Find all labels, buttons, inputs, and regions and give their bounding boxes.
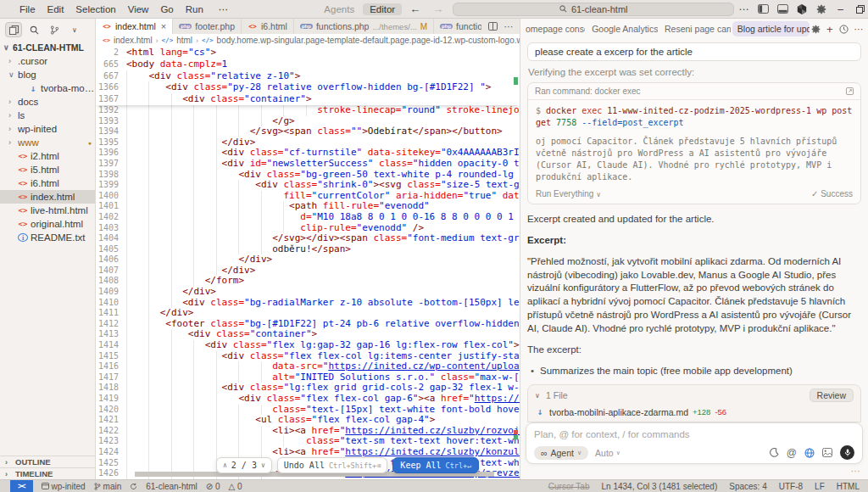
- agent-mode-selector[interactable]: ∞ Agent ∨: [534, 446, 588, 460]
- tree-item-live-html-html[interactable]: <>live-html.html: [0, 204, 95, 217]
- views-chevron-icon[interactable]: ∨: [66, 22, 83, 37]
- toggle-sidebar-icon[interactable]: [757, 3, 769, 15]
- minimize-button[interactable]: –: [835, 3, 846, 15]
- tree-item-cursor[interactable]: ›.cursor: [0, 54, 95, 68]
- git-branch-indicator[interactable]: main: [94, 482, 122, 491]
- code-line-665[interactable]: 665<body data-cmplz=1: [96, 59, 520, 70]
- toggle-panel-icon[interactable]: [776, 3, 788, 15]
- keep-all-button[interactable]: Keep All Ctrl+↵: [392, 457, 479, 473]
- tree-item-docs[interactable]: ›docs: [0, 95, 95, 109]
- editor-toggle[interactable]: Editor: [363, 3, 402, 15]
- chat-more-icon[interactable]: ⋯: [854, 24, 864, 34]
- cursor-position[interactable]: Ln 1434, Col 3 (1481 selected): [602, 482, 718, 491]
- tab-index-html[interactable]: <>index.html×: [96, 19, 173, 34]
- language-mode[interactable]: HTML: [837, 482, 860, 491]
- code-lines[interactable]: 1392stroke-linecap="round" stroke-linejo…: [96, 105, 520, 479]
- menu-file[interactable]: File: [14, 3, 42, 16]
- timeline-panel-header[interactable]: › TIMELINE: [0, 467, 95, 479]
- breadcrumb[interactable]: <>index.html›</>html›</>body.home.wp-sin…: [96, 34, 520, 47]
- code-line-2[interactable]: 2<html lang="cs">: [96, 47, 520, 59]
- breadcrumb-item[interactable]: html: [176, 36, 192, 45]
- source-control-icon[interactable]: [46, 22, 63, 37]
- eol-setting[interactable]: LF: [815, 482, 825, 491]
- web-globe-icon[interactable]: [804, 448, 815, 458]
- code-line-1366[interactable]: 1366<div class="py-28 relative overflow-…: [96, 81, 520, 93]
- review-button[interactable]: Review: [810, 389, 854, 402]
- problems-errors[interactable]: ⊘ 0: [206, 482, 220, 491]
- tree-item-i5-html[interactable]: <>i5.html: [0, 163, 95, 176]
- code-line-1406[interactable]: 1406</div>: [96, 254, 520, 266]
- command-center-search[interactable]: 61-clean-html: [453, 3, 734, 16]
- code-line-1408[interactable]: 1408</form>: [96, 276, 520, 287]
- tab-functions[interactable]: phpfunctions.: [434, 19, 481, 34]
- sync-indicator[interactable]: [130, 483, 137, 490]
- chat-tab-reseni-page-canoni[interactable]: Reseni page canoni: [659, 21, 731, 36]
- chevron-down-icon[interactable]: ∨: [535, 392, 542, 400]
- menu-selection[interactable]: Selection: [70, 3, 121, 16]
- code-line-1407[interactable]: 1407</div>: [96, 266, 520, 277]
- tree-item-i6-html[interactable]: <>i6.html: [0, 176, 95, 190]
- prev-diff-icon[interactable]: ∧: [223, 461, 227, 469]
- code-line-667[interactable]: 667<div class="relative z-10">: [96, 70, 520, 82]
- changed-file-row[interactable]: ↓ tvorba-mobilni-aplikace-zdarma.md +128…: [535, 406, 854, 417]
- breadcrumb-item[interactable]: body.home.wp-singular.page-template-defa…: [217, 36, 520, 45]
- project-name[interactable]: 61-clean-html: [146, 482, 198, 491]
- workspace-indicator[interactable]: wp-inited: [42, 482, 86, 491]
- tab-footer-php[interactable]: phpfooter.php: [173, 19, 242, 34]
- indentation-setting[interactable]: Spaces: 4: [729, 482, 766, 491]
- new-chat-icon[interactable]: +: [826, 23, 833, 36]
- nav-back-icon[interactable]: ←: [405, 3, 425, 15]
- chat-tab-blog-article-for-update[interactable]: Blog article for update: [732, 21, 810, 36]
- restore-button[interactable]: [854, 5, 867, 14]
- tab-i6-html[interactable]: <>i6.html: [242, 19, 294, 34]
- attach-image-icon[interactable]: [822, 448, 832, 457]
- next-diff-icon[interactable]: ∨: [261, 461, 265, 469]
- problems-warnings[interactable]: △ 0: [229, 482, 242, 491]
- cursor-tab-indicator[interactable]: Cursor Tab: [548, 482, 590, 491]
- undo-all-button[interactable]: Undo All Ctrl+Shift+⌫: [277, 457, 388, 473]
- sticky-scroll-lines[interactable]: 2<html lang="cs">665<body data-cmplz=166…: [96, 47, 520, 105]
- code-area[interactable]: 2<html lang="cs">665<body data-cmplz=166…: [96, 47, 520, 479]
- tree-item-ls[interactable]: ›ls: [0, 109, 95, 122]
- code-line-1405[interactable]: 1405odběru!</span>: [96, 244, 520, 255]
- menu-run[interactable]: Run: [180, 3, 209, 16]
- run-everything-dropdown[interactable]: Run Everything ∨: [536, 189, 601, 198]
- tree-item-blog[interactable]: ∨blog: [0, 68, 95, 81]
- agents-toggle[interactable]: Agents: [319, 3, 359, 15]
- tree-item-i2-html[interactable]: <>i2.html: [0, 149, 95, 163]
- chat-tab-omepage-console[interactable]: omepage console: [520, 21, 585, 36]
- tree-item-wp-inited[interactable]: ›wp-inited: [0, 122, 95, 136]
- chat-settings-gear-icon[interactable]: [811, 25, 821, 34]
- tree-item-www[interactable]: ›www●: [0, 136, 95, 149]
- voice-input-icon[interactable]: [840, 445, 854, 460]
- model-selector[interactable]: Auto ∨: [595, 448, 620, 458]
- menu-more[interactable]: ⋯: [213, 2, 235, 17]
- open-in-terminal-icon[interactable]: [846, 87, 854, 95]
- menu-go[interactable]: Go: [154, 3, 179, 16]
- titlebar-more-icon[interactable]: ⋯: [737, 3, 749, 15]
- mention-icon[interactable]: @: [787, 447, 797, 459]
- chat-history-icon[interactable]: [839, 25, 849, 34]
- file-count-label[interactable]: 1 File: [546, 390, 568, 400]
- tab-functions-php[interactable]: phpfunctions.php.../themes/...M: [294, 19, 434, 34]
- tree-item-tvorba-mobilni-apli[interactable]: ↓tvorba-mobilni-apli...: [0, 81, 95, 95]
- cursor-cube-icon[interactable]: [796, 3, 808, 15]
- encoding-setting[interactable]: UTF-8: [779, 482, 803, 491]
- menu-view[interactable]: View: [122, 3, 155, 16]
- chat-input-box[interactable]: Plan, @ for context, / for commands ∞ Ag…: [526, 422, 863, 464]
- explorer-icon[interactable]: [5, 22, 22, 37]
- remote-indicator[interactable]: ><: [10, 480, 33, 492]
- menu-edit[interactable]: Edit: [42, 3, 70, 16]
- editor-more-icon[interactable]: ⋯: [504, 21, 514, 31]
- tree-item-readme-txt[interactable]: iREADME.txt: [0, 231, 95, 244]
- snooze-icon[interactable]: [770, 448, 779, 457]
- breadcrumb-item[interactable]: index.html: [114, 36, 153, 45]
- split-editor-icon[interactable]: [488, 22, 498, 31]
- code-line-1392[interactable]: 1392stroke-linecap="round" stroke-linejo…: [96, 105, 520, 116]
- user-message[interactable]: please create a excerp for the article: [527, 42, 861, 61]
- settings-gear-icon[interactable]: [815, 3, 827, 15]
- tree-item-original-html[interactable]: <>original.html: [0, 217, 95, 231]
- workspace-root-folder[interactable]: ∨ 61-CLEAN-HTML: [0, 41, 95, 54]
- outline-panel-header[interactable]: › OUTLINE: [0, 456, 95, 467]
- close-tab-icon[interactable]: ×: [161, 21, 166, 31]
